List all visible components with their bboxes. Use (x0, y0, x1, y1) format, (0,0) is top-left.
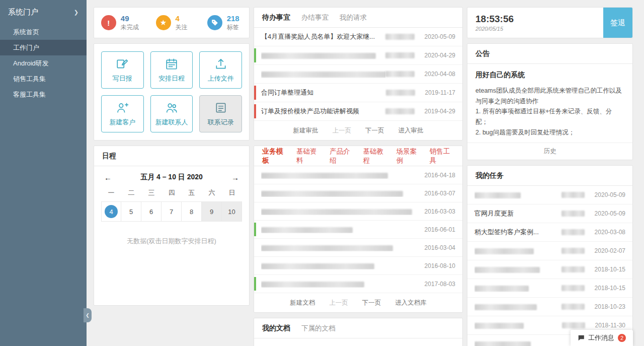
tab-business-templates[interactable]: 业务模板 (262, 147, 288, 165)
task-item[interactable]: 稍大型签约客户案例... 2020-03-08 (467, 223, 632, 242)
status-bar-green (254, 277, 256, 291)
redacted-title (261, 209, 412, 215)
announcement-header: 公告 (467, 44, 632, 64)
docs-tabs: 业务模板 基础资料 产品介绍 基础教程 场景案例 销售工具 (254, 146, 462, 166)
action-label: 新建客户 (109, 118, 135, 127)
prev-page-link[interactable]: 上一页 (329, 299, 348, 307)
tab-sales-tools[interactable]: 销售工具 (430, 147, 454, 165)
sidebar-item-label: 客服工具集 (13, 90, 46, 99)
action-label: 安排日程 (158, 74, 185, 83)
enter-approval-link[interactable]: 进入审批 (398, 126, 424, 135)
enter-doc-library-link[interactable]: 进入文档库 (395, 299, 427, 307)
redacted-title (261, 191, 403, 197)
day-cell[interactable]: 7 (162, 201, 182, 222)
weekday-label: 一 (101, 188, 121, 197)
prev-week-arrow[interactable]: ← (104, 174, 112, 181)
tab-my-docs[interactable]: 我的文档 (262, 324, 290, 333)
task-item[interactable]: 2018-10-23 (467, 298, 632, 316)
work-messages-bar[interactable]: 工作消息 2 (571, 330, 633, 346)
todo-item[interactable]: 【4月直播奖励人员名单】欢迎大家继... 2020-05-09 (254, 28, 462, 46)
day-cell[interactable]: 6 (141, 201, 162, 222)
new-customer-button[interactable]: 新建客户 (101, 95, 144, 132)
tab-todo[interactable]: 待办事宜 (262, 13, 290, 22)
task-item-date: 2018-10-15 (595, 285, 625, 292)
sidebar-item-service-tools[interactable]: 客服工具集 (0, 87, 87, 102)
arrange-schedule-button[interactable]: 安排日程 (150, 51, 193, 89)
todo-item-date: 2020-04-29 (425, 52, 455, 59)
redacted-assignee (561, 211, 585, 217)
doc-item[interactable]: 2016-03-07 (254, 184, 462, 202)
day-cell[interactable]: 5 (121, 201, 141, 222)
tasks-header: 我的任务 (467, 166, 632, 186)
column-middle: 待办事宜 办结事宜 我的请求 【4月直播奖励人员名单】欢迎大家继... 2020… (254, 7, 463, 346)
task-item[interactable]: 2020-05-09 (467, 186, 632, 204)
next-page-link[interactable]: 下一页 (365, 126, 384, 135)
doc-item[interactable]: 2016-08-10 (254, 257, 462, 275)
doc-item[interactable]: 2016-03-03 (254, 202, 462, 221)
day-cell[interactable]: 8 (182, 201, 202, 222)
stat-label: 标签 (227, 24, 239, 31)
doc-item[interactable]: 2016-03-04 (254, 239, 462, 257)
chevron-right-icon: ❯ (74, 9, 78, 16)
tab-product-intro[interactable]: 产品介绍 (330, 147, 354, 165)
doc-item-date: 2016-03-03 (425, 208, 455, 215)
todo-item[interactable]: 2020-04-08 (254, 65, 462, 84)
task-item[interactable]: 2020-02-07 (467, 242, 632, 260)
prev-page-link[interactable]: 上一页 (333, 126, 352, 135)
sidebar-item-android[interactable]: Android研发 (0, 55, 87, 71)
task-item[interactable]: 2018-10-15 (467, 260, 632, 279)
upload-file-button[interactable]: 上传文件 (199, 51, 242, 89)
tab-done[interactable]: 办结事宜 (301, 13, 329, 22)
stat-unfinished[interactable]: ! 49 未完成 (94, 14, 146, 31)
task-item[interactable]: 官网月度更新 2020-05-09 (467, 204, 632, 223)
tag-icon (207, 15, 222, 30)
doc-item[interactable]: 2016-04-18 (254, 166, 462, 184)
stat-value: 4 (176, 14, 188, 24)
next-week-arrow[interactable]: → (231, 174, 239, 181)
announcement-card: 公告 用好自己的系统 eteams团队成员全部用此系统来管理自己的工作以及与同事… (467, 43, 633, 160)
day-cell-weekend[interactable]: 9 (202, 201, 222, 222)
sidebar-item-work-portal[interactable]: 工作门户 (0, 40, 87, 55)
doc-item[interactable]: 2016-06-01 (254, 221, 462, 239)
stat-followed[interactable]: ★ 4 关注 (146, 14, 198, 31)
tab-subordinate-docs[interactable]: 下属的文档 (301, 324, 336, 333)
sign-out-button[interactable]: 签退 (603, 8, 632, 38)
action-label: 联系记录 (208, 118, 234, 127)
doc-item-date: 2016-06-01 (425, 226, 455, 233)
redacted-sender (385, 52, 415, 58)
upload-icon (214, 57, 227, 71)
write-daily-report-button[interactable]: 写日报 (101, 51, 144, 89)
new-approval-link[interactable]: 新建审批 (293, 126, 318, 135)
new-contact-button[interactable]: 新建联系人 (150, 95, 193, 132)
redacted-assignee (561, 304, 585, 310)
task-item-date: 2020-05-09 (595, 210, 625, 217)
status-bar-green (254, 223, 256, 236)
day-cell-selected[interactable]: 4 (101, 201, 121, 222)
redacted-title (261, 245, 393, 251)
contact-record-button[interactable]: 联系记录 (199, 95, 242, 132)
todo-item[interactable]: 合同订单整理通知 2019-11-17 (254, 84, 462, 102)
task-item[interactable]: 2018-10-15 (467, 279, 632, 298)
next-page-link[interactable]: 下一页 (362, 299, 381, 307)
new-doc-link[interactable]: 新建文档 (290, 299, 315, 307)
tab-basic-data[interactable]: 基础资料 (296, 147, 321, 165)
sidebar-item-home[interactable]: 系统首页 (0, 24, 87, 40)
todo-item[interactable]: 2020-04-29 (254, 46, 462, 65)
announcement-body[interactable]: 用好自己的系统 eteams团队成员全部用此系统来管理自己的工作以及与同事之间的… (467, 64, 632, 143)
users-icon (165, 101, 178, 114)
tab-scenario-cases[interactable]: 场景案例 (396, 147, 421, 165)
my-docs-card: 我的文档 下属的文档 无数据 (254, 318, 463, 346)
tab-basic-tutorial[interactable]: 基础教程 (363, 147, 387, 165)
sidebar-item-sales-tools[interactable]: 销售工具集 (0, 71, 87, 87)
stat-tags[interactable]: 218 标签 (197, 14, 249, 31)
announcement-history-link[interactable]: 历史 (467, 143, 632, 160)
sidebar-collapse-handle[interactable]: ❮ (84, 308, 92, 322)
tab-my-requests[interactable]: 我的请求 (340, 13, 367, 22)
doc-item[interactable]: 2017-08-03 (254, 275, 462, 293)
day-cell-weekend[interactable]: 10 (222, 201, 242, 222)
redacted-sender (385, 34, 415, 40)
weekday-label: 五 (182, 188, 202, 197)
todo-item[interactable]: 订单及报价模块产品功能讲解视频 2019-04-29 (254, 102, 462, 121)
exclamation-icon: ! (101, 15, 116, 30)
sidebar-portal-title[interactable]: 系统门户 ❯ (0, 0, 87, 24)
